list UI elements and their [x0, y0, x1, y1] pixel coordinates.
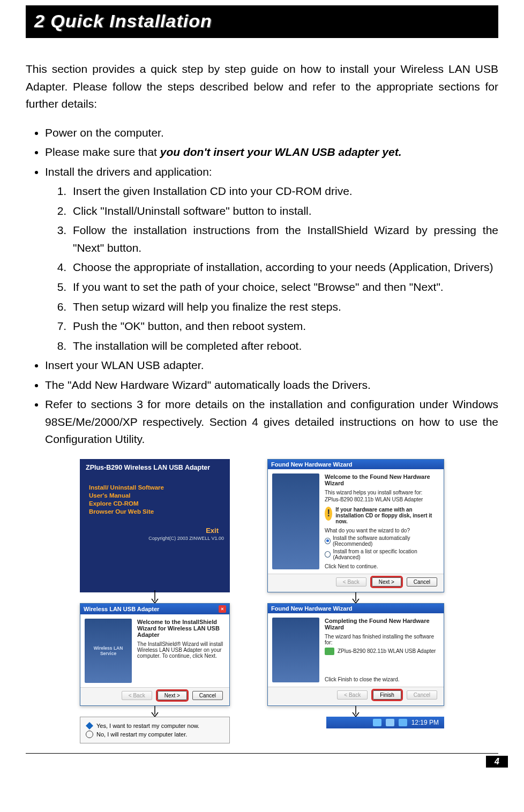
cd-link-website[interactable]: Browser Our Web Site	[89, 508, 224, 515]
back-button: < Back	[122, 691, 152, 700]
device-name: ZPlus-B290 802.11b WLAN USB Adapter	[325, 497, 439, 502]
finish-button[interactable]: Finish	[373, 690, 401, 700]
bullet-item: Insert your WLAN USB adapter.	[45, 357, 498, 374]
window-title: Found New Hardware Wizard	[271, 605, 352, 612]
radio-selected-icon	[86, 722, 93, 730]
bullet-text: Refer to sections 3 for more details on …	[45, 398, 498, 445]
window-title: Found New Hardware Wizard	[271, 461, 352, 468]
wizard-side-image	[272, 618, 319, 682]
window-titlebar: Found New Hardware Wizard	[268, 604, 444, 613]
back-button: < Back	[336, 577, 366, 587]
bullet-text: Please make sure that	[45, 146, 160, 158]
restart-no-option[interactable]: No, I will restart my computer later.	[86, 731, 224, 738]
arrow-down-icon	[267, 592, 444, 603]
step-item: The installation will be completed after…	[70, 337, 498, 355]
bullet-text: Insert your WLAN USB adapter.	[45, 359, 204, 371]
cd-link-explore[interactable]: Explore CD-ROM	[89, 500, 224, 507]
cd-link-install[interactable]: Install/ Uninstall Software	[89, 484, 224, 491]
intro-paragraph: This section provides a quick step by st…	[26, 61, 498, 113]
restart-no-label: No, I will restart my computer later.	[96, 731, 187, 738]
next-button[interactable]: Next >	[372, 577, 401, 587]
arrow-down-icon	[80, 706, 230, 717]
radio-auto[interactable]: Install the software automatically (Reco…	[325, 535, 439, 547]
page-footer: 4	[26, 753, 498, 754]
side-label: Wireless LAN Service	[87, 645, 130, 656]
radio-icon	[325, 538, 331, 544]
finish-hint: Click Finish to close the wizard.	[325, 676, 439, 682]
step-item: Follow the installation instructions fro…	[70, 222, 498, 257]
bullet-text: Power on the computer.	[45, 126, 164, 139]
cd-link-manual[interactable]: User's Manual	[89, 492, 224, 499]
wizard-desc: The wizard has finished installing the s…	[325, 634, 439, 645]
figures-grid: ZPlus-B290 Wireless LAN USB Adapter Inst…	[26, 459, 498, 743]
system-tray-wrapper: 12:19 PM	[267, 717, 444, 743]
window-title: Wireless LAN USB Adapter	[84, 606, 159, 612]
radio-label: Install from a list or specific location…	[333, 548, 439, 560]
cd-autorun-panel: ZPlus-B290 Wireless LAN USB Adapter Inst…	[80, 459, 230, 592]
restart-prompt: Yes, I want to restart my computer now. …	[80, 717, 230, 743]
bullet-item: The "Add New Hardware Wizard" automatica…	[45, 377, 498, 394]
click-next-hint: Click Next to continue.	[325, 563, 439, 569]
restart-yes-label: Yes, I want to restart my computer now.	[96, 723, 199, 729]
found-hw-wizard-welcome: Found New Hardware Wizard Welcome to the…	[267, 459, 444, 592]
restart-yes-option[interactable]: Yes, I want to restart my computer now.	[86, 722, 224, 730]
step-item: Then setup wizard will help you finalize…	[70, 298, 498, 316]
bullet-text: The "Add New Hardware Wizard" automatica…	[45, 379, 371, 391]
bullet-item: Power on the computer.	[45, 124, 498, 142]
cancel-button[interactable]: Cancel	[407, 577, 437, 587]
cd-copyright: Copyright(C) 2003 ZINWELL V1.00	[86, 536, 224, 541]
tray-network-icon[interactable]	[373, 719, 381, 726]
wizard-heading: Welcome to the InstallShield Wizard for …	[137, 619, 225, 638]
section-title-bar: 2 Quick Installation	[26, 5, 498, 38]
page-number: 4	[486, 756, 508, 768]
bullet-item: Install the drivers and application: Ins…	[45, 163, 498, 355]
cancel-button: Cancel	[407, 690, 437, 700]
emphasis-text: you don't insert your WLAN USB adapter y…	[160, 146, 402, 158]
bullet-text: Install the drivers and application:	[45, 166, 212, 178]
installshield-wizard: Wireless LAN USB Adapter × Wireless LAN …	[80, 603, 230, 706]
bullet-item: Refer to sections 3 for more details on …	[45, 396, 498, 448]
close-icon[interactable]: ×	[219, 605, 226, 613]
arrow-down-icon	[267, 706, 444, 717]
bullet-item: Please make sure that you don't insert y…	[45, 144, 498, 161]
wizard-side-image	[272, 473, 319, 569]
wizard-heading: Completing the Found New Hardware Wizard	[325, 618, 439, 630]
system-tray: 12:19 PM	[326, 717, 444, 728]
window-titlebar: Found New Hardware Wizard	[268, 460, 444, 469]
wizard-desc: This wizard helps you install software f…	[325, 490, 439, 495]
cd-title: ZPlus-B290 Wireless LAN USB Adapter	[86, 464, 224, 471]
step-item: Choose the appropriate of installation, …	[70, 259, 498, 276]
back-button: < Back	[337, 690, 368, 700]
wizard-heading: Welcome to the Found New Hardware Wizard	[325, 473, 439, 486]
cd-hint: If your hardware came with an installati…	[335, 507, 439, 524]
device-icon	[325, 648, 334, 655]
cancel-button[interactable]: Cancel	[192, 691, 223, 700]
step-list: Insert the given Installation CD into yo…	[45, 183, 498, 355]
info-icon: !	[325, 507, 332, 521]
section-title: 2 Quick Installation	[34, 11, 212, 31]
device-name: ZPlus-B290 802.11b WLAN USB Adapter	[338, 648, 436, 654]
cd-exit-button[interactable]: Exit	[86, 527, 224, 535]
radio-icon	[86, 731, 93, 738]
radio-icon	[325, 551, 331, 558]
radio-label: Install the software automatically (Reco…	[333, 535, 439, 547]
step-item: Insert the given Installation CD into yo…	[70, 183, 498, 200]
wizard-question: What do you want the wizard to do?	[325, 528, 439, 533]
wizard-side-image: Wireless LAN Service	[85, 619, 132, 683]
next-button[interactable]: Next >	[158, 691, 187, 700]
window-titlebar: Wireless LAN USB Adapter ×	[80, 604, 229, 614]
bullet-list: Power on the computer. Please make sure …	[26, 124, 498, 448]
tray-clock: 12:19 PM	[411, 719, 439, 726]
wizard-desc: The InstallShield® Wizard will install W…	[137, 641, 225, 659]
tray-monitor-icon[interactable]	[386, 719, 394, 726]
step-item: If you want to set the path of your choi…	[70, 279, 498, 296]
radio-specific[interactable]: Install from a list or specific location…	[325, 548, 439, 560]
found-hw-wizard-complete: Found New Hardware Wizard Completing the…	[267, 603, 444, 706]
step-item: Push the "OK" button, and then reboot sy…	[70, 318, 498, 335]
step-item: Click "Install/Uninstall software" butto…	[70, 202, 498, 220]
arrow-down-icon	[80, 592, 230, 603]
tray-volume-icon[interactable]	[399, 719, 407, 726]
